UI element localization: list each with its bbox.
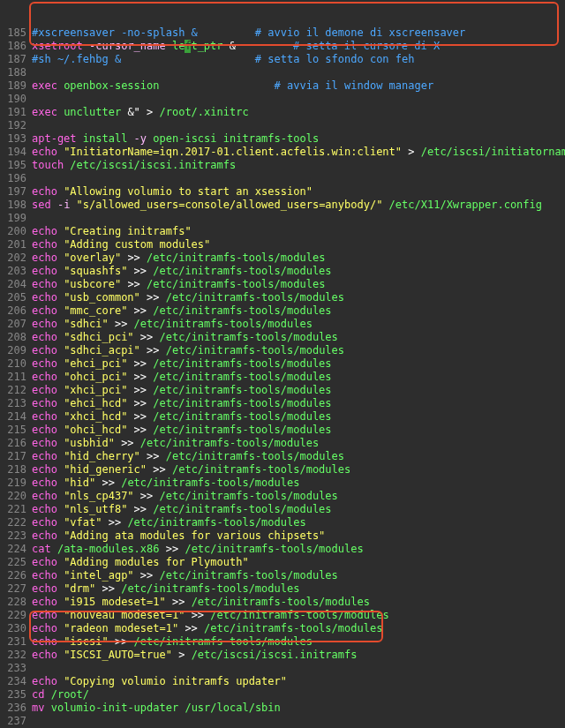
code-line[interactable]: 218echo "hid_generic" >> /etc/initramfs-…: [0, 463, 565, 477]
line-content[interactable]: echo "hid_generic" >> /etc/initramfs-too…: [32, 463, 565, 477]
code-line[interactable]: 233: [0, 662, 565, 675]
line-content[interactable]: #xscreensaver -no-splash & # avvio il de…: [32, 26, 565, 40]
code-line[interactable]: 201echo "Adding custom modules": [0, 238, 565, 251]
line-content[interactable]: echo "Adding custom modules": [32, 238, 565, 251]
code-line[interactable]: 190: [0, 93, 565, 106]
code-line[interactable]: 204echo "usbcore" >> /etc/initramfs-tool…: [0, 278, 565, 291]
code-line[interactable]: 222echo "vfat" >> /etc/initramfs-tools/m…: [0, 516, 565, 529]
line-content[interactable]: echo "InitiatorName=iqn.2017-01.client.a…: [32, 146, 565, 159]
code-line[interactable]: 206echo "mmc_core" >> /etc/initramfs-too…: [0, 304, 565, 318]
code-line[interactable]: 227echo "drm" >> /etc/initramfs-tools/mo…: [0, 582, 565, 596]
line-content[interactable]: echo "sdhci_pci" >> /etc/initramfs-tools…: [32, 331, 565, 344]
line-content[interactable]: xsetroot -cursor_name left_ptr & # setta…: [32, 40, 565, 53]
code-line[interactable]: 200echo "Creating initramfs": [0, 225, 565, 238]
code-line[interactable]: 191exec unclutter &" > /root/.xinitrc: [0, 106, 565, 119]
code-line[interactable]: 213echo "ehci_hcd" >> /etc/initramfs-too…: [0, 397, 565, 410]
code-line[interactable]: 205echo "usb_common" >> /etc/initramfs-t…: [0, 291, 565, 304]
code-line[interactable]: 208echo "sdhci_pci" >> /etc/initramfs-to…: [0, 331, 565, 344]
code-editor[interactable]: 185#xscreensaver -no-splash & # avvio il…: [0, 0, 565, 728]
line-content[interactable]: echo "ohci_hcd" >> /etc/initramfs-tools/…: [32, 424, 565, 437]
line-content[interactable]: echo "usb_common" >> /etc/initramfs-tool…: [32, 291, 565, 304]
line-content[interactable]: echo "Allowing volumio to start an xsess…: [32, 185, 565, 199]
line-content[interactable]: cd /root/: [32, 688, 565, 702]
line-content[interactable]: exec unclutter &" > /root/.xinitrc: [32, 106, 565, 119]
code-line[interactable]: 216echo "usbhid" >> /etc/initramfs-tools…: [0, 437, 565, 450]
line-content[interactable]: echo "ehci_hcd" >> /etc/initramfs-tools/…: [32, 397, 565, 410]
code-line[interactable]: 237: [0, 715, 565, 728]
line-content[interactable]: echo "xhci_pci" >> /etc/initramfs-tools/…: [32, 384, 565, 397]
code-line[interactable]: 207echo "sdhci" >> /etc/initramfs-tools/…: [0, 318, 565, 331]
code-line[interactable]: 223echo "Adding ata modules for various …: [0, 529, 565, 543]
code-line[interactable]: 219echo "hid" >> /etc/initramfs-tools/mo…: [0, 477, 565, 490]
line-content[interactable]: sed -i "s/allowed_users=console/allowed_…: [32, 199, 565, 212]
line-content[interactable]: echo "vfat" >> /etc/initramfs-tools/modu…: [32, 516, 565, 529]
code-line[interactable]: 236mv volumio-init-updater /usr/local/sb…: [0, 702, 565, 715]
code-line[interactable]: 197echo "Allowing volumio to start an xs…: [0, 185, 565, 199]
code-line[interactable]: 202echo "overlay" >> /etc/initramfs-tool…: [0, 251, 565, 265]
line-content[interactable]: mv volumio-init-updater /usr/local/sbin: [32, 702, 565, 715]
code-line[interactable]: 210echo "ehci_pci" >> /etc/initramfs-too…: [0, 357, 565, 371]
code-line[interactable]: 225echo "Adding modules for Plymouth": [0, 556, 565, 569]
line-content[interactable]: echo "drm" >> /etc/initramfs-tools/modul…: [32, 582, 565, 596]
code-line[interactable]: 198sed -i "s/allowed_users=console/allow…: [0, 199, 565, 212]
line-content[interactable]: echo "hid_cherry" >> /etc/initramfs-tool…: [32, 450, 565, 463]
code-line[interactable]: 235cd /root/: [0, 688, 565, 702]
line-content[interactable]: echo "nouveau modeset=1" >> /etc/initram…: [32, 609, 565, 622]
code-line[interactable]: 192: [0, 119, 565, 132]
line-content[interactable]: touch /etc/iscsi/iscsi.initramfs: [32, 159, 565, 172]
line-content[interactable]: echo "ISCSI_AUTO=true" > /etc/iscsi/iscs…: [32, 649, 565, 662]
code-line[interactable]: 224cat /ata-modules.x86 >> /etc/initramf…: [0, 543, 565, 556]
line-content[interactable]: #sh ~/.fehbg & # setta lo sfondo con feh: [32, 53, 565, 66]
code-line[interactable]: 215echo "ohci_hcd" >> /etc/initramfs-too…: [0, 424, 565, 437]
line-content[interactable]: cat /ata-modules.x86 >> /etc/initramfs-t…: [32, 543, 565, 556]
line-content[interactable]: echo "usbhid" >> /etc/initramfs-tools/mo…: [32, 437, 565, 450]
code-line[interactable]: 221echo "nls_utf8" >> /etc/initramfs-too…: [0, 503, 565, 516]
line-content[interactable]: echo "Creating initramfs": [32, 225, 565, 238]
code-line[interactable]: 220echo "nls_cp437" >> /etc/initramfs-to…: [0, 490, 565, 503]
line-content[interactable]: echo "squashfs" >> /etc/initramfs-tools/…: [32, 265, 565, 278]
line-content[interactable]: echo "radeon modeset=1" >> /etc/initramf…: [32, 622, 565, 635]
code-line[interactable]: 229echo "nouveau modeset=1" >> /etc/init…: [0, 609, 565, 622]
code-line[interactable]: 194echo "InitiatorName=iqn.2017-01.clien…: [0, 146, 565, 159]
code-line[interactable]: 217echo "hid_cherry" >> /etc/initramfs-t…: [0, 450, 565, 463]
code-line[interactable]: 228echo "i915 modeset=1" >> /etc/initram…: [0, 596, 565, 609]
code-line[interactable]: 234echo "Copying volumio initramfs updat…: [0, 675, 565, 688]
code-line[interactable]: 211echo "ohci_pci" >> /etc/initramfs-too…: [0, 371, 565, 384]
line-content[interactable]: echo "ehci_pci" >> /etc/initramfs-tools/…: [32, 357, 565, 371]
line-content[interactable]: echo "sdhci_acpi" >> /etc/initramfs-tool…: [32, 344, 565, 357]
code-line[interactable]: 230echo "radeon modeset=1" >> /etc/initr…: [0, 622, 565, 635]
line-content[interactable]: echo "iscsi" >> /etc/initramfs-tools/mod…: [32, 635, 565, 649]
code-line[interactable]: 214echo "xhci_hcd" >> /etc/initramfs-too…: [0, 410, 565, 424]
code-line[interactable]: 193apt-get install -y open-iscsi initram…: [0, 132, 565, 146]
code-line[interactable]: 212echo "xhci_pci" >> /etc/initramfs-too…: [0, 384, 565, 397]
line-content[interactable]: apt-get install -y open-iscsi initramfs-…: [32, 132, 565, 146]
code-line[interactable]: 188: [0, 66, 565, 79]
code-line[interactable]: 196: [0, 172, 565, 185]
code-line[interactable]: 209echo "sdhci_acpi" >> /etc/initramfs-t…: [0, 344, 565, 357]
line-content[interactable]: echo "Adding ata modules for various chi…: [32, 529, 565, 543]
code-line[interactable]: 195touch /etc/iscsi/iscsi.initramfs: [0, 159, 565, 172]
line-content[interactable]: echo "intel_agp" >> /etc/initramfs-tools…: [32, 569, 565, 582]
code-line[interactable]: 226echo "intel_agp" >> /etc/initramfs-to…: [0, 569, 565, 582]
line-content[interactable]: echo "Copying volumio initramfs updater": [32, 675, 565, 688]
code-line[interactable]: 231echo "iscsi" >> /etc/initramfs-tools/…: [0, 635, 565, 649]
line-content[interactable]: echo "mmc_core" >> /etc/initramfs-tools/…: [32, 304, 565, 318]
code-line[interactable]: 189exec openbox-session # avvia il windo…: [0, 79, 565, 93]
code-line[interactable]: 203echo "squashfs" >> /etc/initramfs-too…: [0, 265, 565, 278]
line-content[interactable]: exec openbox-session # avvia il window m…: [32, 79, 565, 93]
line-content[interactable]: echo "ohci_pci" >> /etc/initramfs-tools/…: [32, 371, 565, 384]
line-content[interactable]: echo "nls_cp437" >> /etc/initramfs-tools…: [32, 490, 565, 503]
line-content[interactable]: echo "Adding modules for Plymouth": [32, 556, 565, 569]
line-content[interactable]: echo "hid" >> /etc/initramfs-tools/modul…: [32, 477, 565, 490]
line-content[interactable]: echo "sdhci" >> /etc/initramfs-tools/mod…: [32, 318, 565, 331]
line-content[interactable]: echo "i915 modeset=1" >> /etc/initramfs-…: [32, 596, 565, 609]
code-line[interactable]: 232echo "ISCSI_AUTO=true" > /etc/iscsi/i…: [0, 649, 565, 662]
code-line[interactable]: 186xsetroot -cursor_name left_ptr & # se…: [0, 40, 565, 53]
line-content[interactable]: echo "xhci_hcd" >> /etc/initramfs-tools/…: [32, 410, 565, 424]
code-line[interactable]: 187#sh ~/.fehbg & # setta lo sfondo con …: [0, 53, 565, 66]
line-content[interactable]: echo "nls_utf8" >> /etc/initramfs-tools/…: [32, 503, 565, 516]
line-content[interactable]: echo "overlay" >> /etc/initramfs-tools/m…: [32, 251, 565, 265]
code-line[interactable]: 199: [0, 212, 565, 225]
line-content[interactable]: echo "usbcore" >> /etc/initramfs-tools/m…: [32, 278, 565, 291]
code-line[interactable]: 185#xscreensaver -no-splash & # avvio il…: [0, 26, 565, 40]
